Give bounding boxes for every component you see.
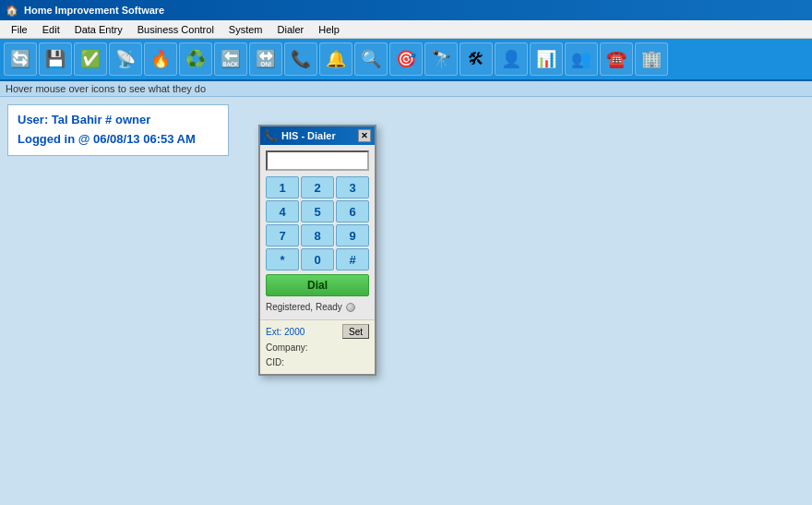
user-info-box: User: Tal Bahir # owner Logged in @ 06/0… (7, 104, 229, 156)
toolbar-hint: Hover mouse over icons to see what they … (0, 81, 812, 97)
keypad: 1 2 3 4 5 6 7 8 9 * 0 # (266, 176, 369, 271)
dialer-close-button[interactable]: ✕ (358, 129, 371, 142)
key-hash[interactable]: # (336, 248, 369, 271)
recycle-icon[interactable]: ♻️ (179, 42, 212, 76)
bell-icon[interactable]: 🔔 (319, 42, 352, 76)
menu-business-control[interactable]: Business Control (130, 22, 221, 37)
dialer-title: HIS - Dialer (281, 130, 336, 141)
title-bar: 🏠 Home Improvement Software (0, 0, 812, 20)
dialer-window: 📞 HIS - Dialer ✕ 1 2 3 4 5 6 7 8 9 * 0 # (258, 125, 376, 376)
refresh-icon[interactable]: 🔄 (4, 42, 37, 76)
key-5[interactable]: 5 (301, 200, 334, 222)
dial-button[interactable]: Dial (266, 274, 369, 296)
redo-icon[interactable]: 🔙 (214, 42, 247, 76)
ext-label: Ext: 2000 (266, 327, 304, 337)
dialer-title-left: 📞 HIS - Dialer (264, 129, 336, 142)
menu-file[interactable]: File (4, 22, 35, 37)
person-icon[interactable]: 👤 (495, 42, 528, 76)
dialer-body: 1 2 3 4 5 6 7 8 9 * 0 # Dial Registered,… (260, 145, 375, 319)
toolbar: 🔄 💾 ✅ 📡 🔥 ♻️ 🔙 🔛 📞 🔔 🔍 🎯 🔭 🛠 👤 📊 👥 ☎️ 🏢 (0, 39, 812, 81)
antenna-icon[interactable]: 📡 (109, 42, 142, 76)
checkmark-icon[interactable]: ✅ (74, 42, 107, 76)
menu-edit[interactable]: Edit (35, 22, 67, 37)
undo-icon[interactable]: 🔛 (249, 42, 282, 76)
group-icon[interactable]: 👥 (565, 42, 598, 76)
menu-data-entry[interactable]: Data Entry (67, 22, 130, 37)
key-0[interactable]: 0 (301, 248, 334, 271)
key-9[interactable]: 9 (336, 224, 369, 246)
user-name: User: Tal Bahir # owner (18, 111, 219, 130)
key-1[interactable]: 1 (266, 176, 299, 198)
menu-dialer[interactable]: Dialer (270, 22, 312, 37)
tools-icon[interactable]: 🛠 (460, 42, 493, 76)
target-icon[interactable]: 🎯 (389, 42, 423, 76)
dialer-number-input[interactable] (266, 150, 369, 171)
user-login-time: Logged in @ 06/08/13 06:53 AM (18, 130, 219, 150)
search-icon[interactable]: 🔍 (354, 42, 388, 76)
building-icon[interactable]: 🏢 (635, 42, 668, 76)
binoculars-icon[interactable]: 🔭 (424, 42, 458, 76)
app-icon: 🏠 (6, 4, 18, 17)
phone2-icon[interactable]: ☎️ (600, 42, 633, 76)
fire-icon[interactable]: 🔥 (144, 42, 177, 76)
set-button[interactable]: Set (342, 324, 369, 339)
company-label: Company: (266, 341, 369, 355)
key-7[interactable]: 7 (266, 224, 299, 246)
status-dot (346, 303, 355, 312)
main-content: User: Tal Bahir # owner Logged in @ 06/0… (0, 97, 812, 504)
menu-bar: File Edit Data Entry Business Control Sy… (0, 20, 812, 39)
key-8[interactable]: 8 (301, 224, 334, 246)
ext-row: Ext: 2000 Set (266, 324, 369, 339)
status-line: Registered, Ready (266, 300, 369, 314)
key-6[interactable]: 6 (336, 200, 369, 222)
save-icon[interactable]: 💾 (39, 42, 72, 76)
chart-icon[interactable]: 📊 (530, 42, 563, 76)
cid-label: CID: (266, 355, 369, 370)
phone-icon[interactable]: 📞 (284, 42, 317, 76)
status-text: Registered, Ready (266, 302, 342, 312)
menu-help[interactable]: Help (311, 22, 347, 37)
menu-system[interactable]: System (221, 22, 270, 37)
key-4[interactable]: 4 (266, 200, 299, 222)
dialer-lower: Ext: 2000 Set Company: CID: (260, 319, 375, 374)
app-title: Home Improvement Software (24, 5, 164, 16)
key-3[interactable]: 3 (336, 176, 369, 198)
dialer-title-bar: 📞 HIS - Dialer ✕ (260, 126, 375, 145)
key-2[interactable]: 2 (301, 176, 334, 198)
key-star[interactable]: * (266, 248, 299, 271)
